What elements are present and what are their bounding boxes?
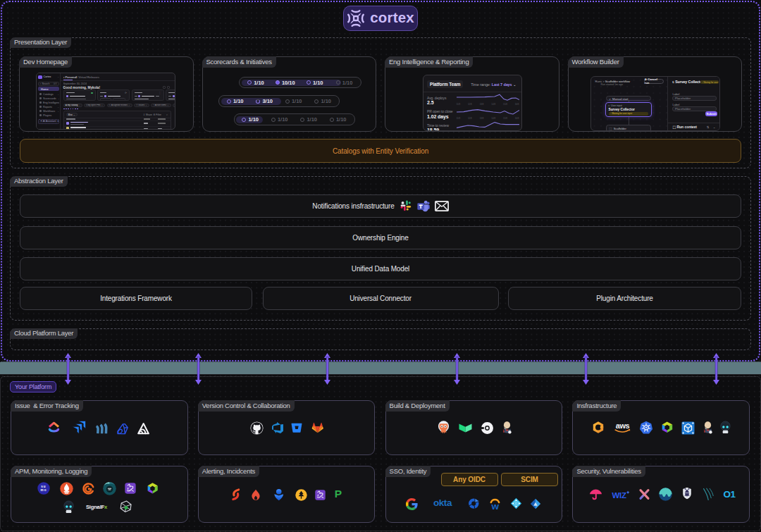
svg-text:mo: mo — [41, 488, 47, 492]
svg-text:aws: aws — [615, 422, 629, 430]
svg-text:w: w — [490, 501, 499, 510]
